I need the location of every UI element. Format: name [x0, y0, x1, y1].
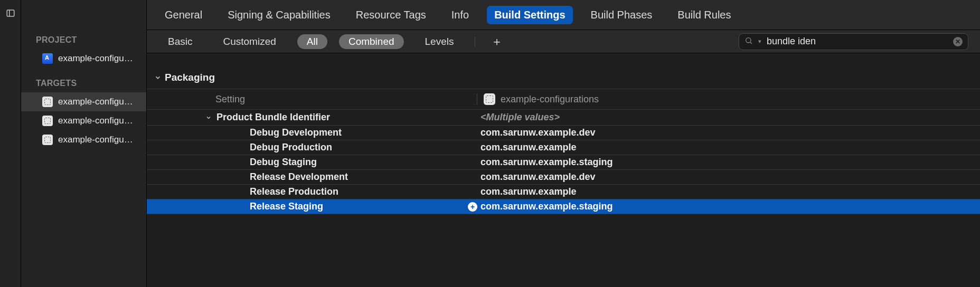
config-row[interactable]: Release Developmentcom.sarunw.example.de…	[147, 170, 980, 185]
column-header-target-label: example-configurations	[501, 94, 599, 105]
config-row[interactable]: Release Staging+com.sarunw.example.stagi…	[147, 199, 980, 214]
sidebar-target-item[interactable]: example-configur…	[21, 92, 146, 111]
project-heading: PROJECT	[21, 30, 146, 49]
chevron-down-icon	[151, 74, 165, 81]
filter-customized[interactable]: Customized	[213, 34, 285, 49]
sidebar-target-item[interactable]: example-configur…	[21, 111, 146, 130]
config-name: Release Staging	[250, 201, 480, 212]
target-icon	[484, 93, 495, 105]
tab-info[interactable]: Info	[444, 6, 476, 24]
chevron-down-icon[interactable]: ▾	[758, 38, 761, 45]
config-name: Debug Development	[250, 127, 480, 138]
filter-combined[interactable]: Combined	[339, 34, 404, 49]
target-icon	[42, 135, 53, 145]
config-value[interactable]: com.sarunw.example.dev	[480, 171, 595, 183]
section-header-packaging[interactable]: Packaging	[147, 66, 980, 89]
sidebar-item-label: example-configur…	[58, 97, 136, 107]
chevron-down-icon	[201, 114, 216, 121]
setting-row-product-bundle-identifier[interactable]: Product Bundle Identifier <Multiple valu…	[147, 110, 980, 126]
config-name: Debug Production	[250, 142, 480, 153]
add-setting-button[interactable]: ＋	[487, 34, 507, 50]
column-divider	[477, 93, 477, 105]
settings-column-headers: Setting example-configurations	[147, 89, 980, 110]
config-value[interactable]: com.sarunw.example.dev	[480, 127, 595, 138]
project-icon	[42, 53, 53, 64]
search-icon	[745, 36, 753, 47]
tab-signing-capabilities[interactable]: Signing & Capabilities	[220, 6, 338, 24]
targets-heading: TARGETS	[21, 73, 146, 92]
target-icon	[42, 97, 53, 107]
section-title: Packaging	[165, 72, 215, 83]
config-row[interactable]: Debug Stagingcom.sarunw.example.staging	[147, 155, 980, 170]
search-input[interactable]	[767, 36, 948, 47]
tab-build-settings[interactable]: Build Settings	[487, 6, 572, 24]
config-value[interactable]: com.sarunw.example.staging	[480, 157, 612, 168]
build-settings-search[interactable]: ▾ ✕	[739, 33, 968, 50]
sidebar-item-label: example-configur…	[58, 116, 136, 126]
target-icon	[42, 116, 53, 126]
svg-point-2	[746, 37, 751, 42]
tab-build-phases[interactable]: Build Phases	[583, 6, 660, 24]
build-settings-filter-bar: BasicCustomizedAll CombinedLevels ＋ ▾ ✕	[147, 30, 980, 53]
config-name: Release Production	[250, 186, 480, 197]
column-header-setting: Setting	[215, 94, 477, 105]
tab-general[interactable]: General	[157, 6, 210, 24]
config-name: Release Development	[250, 171, 480, 183]
left-panel-toggle[interactable]	[0, 0, 21, 287]
setting-summary-value: <Multiple values>	[480, 112, 560, 123]
sidebar-target-item[interactable]: example-configur…	[21, 130, 146, 149]
settings-content: Packaging Setting example-configurations…	[147, 53, 980, 287]
project-label: example-configur…	[58, 53, 136, 64]
main-editor: GeneralSigning & CapabilitiesResource Ta…	[147, 0, 980, 287]
svg-line-3	[750, 42, 752, 44]
navigator-sidebar: PROJECT example-configur… TARGETS exampl…	[21, 0, 147, 287]
config-row[interactable]: Release Productioncom.sarunw.example	[147, 185, 980, 199]
add-icon: +	[468, 202, 477, 212]
tab-resource-tags[interactable]: Resource Tags	[348, 6, 434, 24]
clear-search-button[interactable]: ✕	[953, 37, 963, 46]
filter-basic[interactable]: Basic	[158, 34, 202, 49]
editor-tab-bar: GeneralSigning & CapabilitiesResource Ta…	[147, 0, 980, 30]
config-value[interactable]: com.sarunw.example	[480, 186, 576, 197]
setting-name-label: Product Bundle Identifier	[216, 112, 480, 123]
tab-build-rules[interactable]: Build Rules	[670, 6, 738, 24]
filter-levels[interactable]: Levels	[416, 34, 464, 49]
config-value[interactable]: +com.sarunw.example.staging	[480, 201, 612, 212]
config-name: Debug Staging	[250, 157, 480, 168]
filter-all[interactable]: All	[297, 34, 327, 49]
sidebar-project-item[interactable]: example-configur…	[21, 49, 146, 68]
config-row[interactable]: Debug Productioncom.sarunw.example	[147, 140, 980, 155]
config-value[interactable]: com.sarunw.example	[480, 142, 576, 153]
column-header-target: example-configurations	[484, 93, 599, 105]
sidebar-item-label: example-configur…	[58, 135, 136, 145]
config-row[interactable]: Debug Developmentcom.sarunw.example.dev	[147, 126, 980, 140]
svg-rect-0	[7, 10, 14, 16]
